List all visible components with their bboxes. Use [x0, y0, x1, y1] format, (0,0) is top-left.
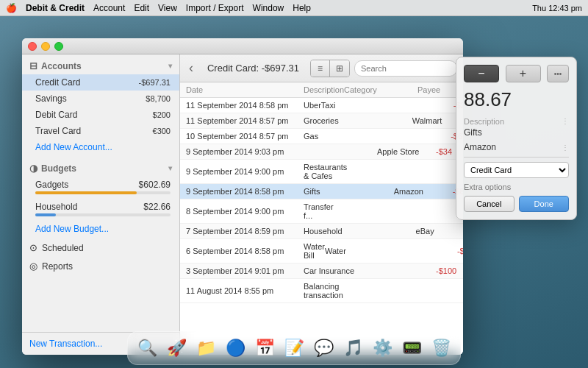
sidebar-nav-reports[interactable]: ◎ Reports — [22, 257, 179, 275]
scheduled-icon: ⊙ — [29, 242, 37, 253]
budgets-section-header[interactable]: ◑ Budgets ▾ — [22, 157, 179, 177]
more-options-button[interactable]: ••• — [547, 65, 569, 82]
tx-desc: Household — [304, 227, 343, 236]
accounts-section-header[interactable]: ⊟ Accounts ▾ — [22, 54, 179, 74]
tx-cat: Taxi — [321, 101, 395, 110]
menu-account[interactable]: Account — [93, 3, 125, 13]
debit-card-label: Debit Card — [35, 110, 153, 120]
budgets-icon: ◑ — [29, 163, 37, 174]
tx-date: 9 September 2014 9:00 pm — [186, 167, 304, 176]
account-select[interactable]: Credit Card — [464, 162, 569, 178]
dock-icon-9[interactable]: 📟 — [398, 335, 425, 361]
payee-value[interactable]: Amazon ⋮ — [464, 142, 569, 152]
table-row[interactable]: 11 August 2014 8:55 pm Balancing transac… — [180, 279, 463, 303]
tx-date: 10 September 2014 8:57 pm — [186, 132, 304, 141]
transaction-pane: ‹ Credit Card: -$697.31 ≡ ⊞ Date Descrip… — [180, 54, 463, 355]
table-row[interactable]: 11 September 2014 8:58 pm Uber Taxi -$23… — [180, 98, 463, 113]
menu-edit[interactable]: Edit — [134, 3, 149, 13]
pane-toolbar: ‹ Credit Card: -$697.31 ≡ ⊞ — [180, 54, 463, 82]
done-button[interactable]: Done — [519, 196, 570, 212]
edit-divider — [464, 157, 569, 158]
increment-button[interactable]: + — [506, 65, 541, 82]
table-row[interactable]: 9 September 2014 9:00 pm Restaurants & C… — [180, 160, 463, 184]
sidebar-item-savings[interactable]: Savings $8,700 — [22, 91, 179, 107]
menu-window[interactable]: Window — [253, 3, 284, 13]
search-input[interactable] — [354, 60, 457, 77]
travel-card-label: Travel Card — [35, 126, 153, 136]
sidebar-budget-gadgets[interactable]: Gadgets $602.69 — [22, 177, 179, 199]
savings-value: $8,700 — [146, 94, 171, 103]
close-button[interactable] — [28, 42, 37, 51]
credit-card-value: -$697.31 — [139, 78, 171, 87]
dock-icon-7[interactable]: 🎵 — [340, 335, 366, 361]
tx-payee: Amazon — [394, 187, 453, 196]
desktop: ⊟ Accounts ▾ Credit Card -$697.31 Saving… — [0, 16, 588, 368]
sidebar-nav-scheduled[interactable]: ⊙ Scheduled — [22, 238, 179, 257]
gadgets-label: Gadgets — [35, 180, 68, 190]
cancel-button[interactable]: Cancel — [464, 196, 514, 212]
apple-menu[interactable]: 🍎 — [6, 3, 17, 13]
back-button[interactable]: ‹ — [186, 59, 196, 77]
title-bar — [22, 38, 463, 54]
app-name[interactable]: Debit & Credit — [26, 3, 85, 13]
list-view-button[interactable]: ≡ — [311, 60, 330, 77]
tx-date: 11 September 2014 8:57 pm — [186, 116, 304, 125]
col-cat: Category — [344, 85, 417, 94]
gadgets-value: $602.69 — [139, 180, 171, 190]
dock-icon-5[interactable]: 📝 — [281, 335, 307, 361]
dock-icon-3[interactable]: 🔵 — [222, 335, 248, 361]
dock: 🔍🚀📁🔵📅📝💬🎵⚙️📟🗑️ — [127, 331, 461, 365]
table-row[interactable]: 9 September 2014 9:03 pm Apple Store -$3… — [180, 144, 463, 160]
dock-icon-6[interactable]: 💬 — [310, 335, 337, 361]
table-row[interactable]: 3 September 2014 9:01 pm Car Insurance -… — [180, 263, 463, 279]
sidebar-item-travel-card[interactable]: Travel Card €300 — [22, 123, 179, 139]
tx-desc: Balancing transaction — [304, 282, 343, 300]
edit-actions: Cancel Done — [464, 196, 569, 212]
payee-chevron-icon: ⋮ — [562, 144, 569, 152]
dock-icon-4[interactable]: 📅 — [251, 335, 278, 361]
table-row[interactable]: 8 September 2014 9:00 pm Transfer f... $… — [180, 199, 463, 224]
gadgets-bar-fill — [35, 191, 137, 194]
debit-card-value: $200 — [153, 110, 171, 119]
menu-bar: 🍎 Debit & Credit Account Edit View Impor… — [0, 0, 588, 16]
menu-help[interactable]: Help — [293, 3, 311, 13]
tx-desc: Restaurants & Cafes — [304, 163, 347, 180]
grid-view-button[interactable]: ⊞ — [330, 60, 349, 77]
gadgets-bar-bg — [35, 191, 171, 194]
tx-date: 11 August 2014 8:55 pm — [186, 286, 304, 295]
table-header: Date Description Category Payee Amount B… — [180, 82, 463, 98]
household-label: Household — [35, 202, 77, 212]
tx-cat: Car Insurance — [304, 266, 377, 275]
menu-import-export[interactable]: Import / Export — [186, 3, 244, 13]
table-row[interactable]: 10 September 2014 8:57 pm Gas -$67.34 -$… — [180, 129, 463, 144]
household-bar-fill — [35, 213, 56, 216]
description-value[interactable]: Gifts — [464, 127, 569, 138]
scheduled-label: Scheduled — [42, 243, 84, 253]
table-row[interactable]: 7 September 2014 8:59 pm Household eBay … — [180, 224, 463, 239]
add-budget-link[interactable]: Add New Budget... — [22, 221, 179, 238]
traffic-lights — [28, 42, 63, 51]
table-row[interactable]: 11 September 2014 8:57 pm Groceries Walm… — [180, 113, 463, 129]
transactions-list: 11 September 2014 8:58 pm Uber Taxi -$23… — [180, 98, 463, 355]
table-row[interactable]: 6 September 2014 8:58 pm Water Bill Wate… — [180, 239, 463, 263]
edit-panel: − + ••• 88.67 Description ⋮ Gifts Amazon… — [456, 57, 577, 220]
table-row[interactable]: 9 September 2014 8:58 pm Gifts Amazon -$… — [180, 184, 463, 199]
sidebar-budget-household[interactable]: Household $22.66 — [22, 199, 179, 221]
pane-title: Credit Card: -$697.31 — [201, 63, 306, 74]
minimize-button[interactable] — [41, 42, 50, 51]
dock-icon-8[interactable]: ⚙️ — [369, 335, 395, 361]
dock-icon-1[interactable]: 🚀 — [163, 335, 190, 361]
dock-icon-2[interactable]: 📁 — [193, 335, 219, 361]
menu-view[interactable]: View — [158, 3, 177, 13]
decrement-button[interactable]: − — [464, 65, 499, 82]
tx-desc: Water Bill — [304, 242, 325, 260]
sidebar-item-credit-card[interactable]: Credit Card -$697.31 — [22, 74, 179, 91]
fullscreen-button[interactable] — [54, 42, 63, 51]
sidebar-item-debit-card[interactable]: Debit Card $200 — [22, 107, 179, 123]
add-account-link[interactable]: Add New Account... — [22, 139, 179, 157]
accounts-icon: ⊟ — [29, 60, 37, 71]
dock-icon-0[interactable]: 🔍 — [134, 335, 160, 361]
reports-label: Reports — [42, 261, 73, 272]
dock-icon-10[interactable]: 🗑️ — [428, 335, 454, 361]
tx-date: 9 September 2014 8:58 pm — [186, 187, 304, 196]
